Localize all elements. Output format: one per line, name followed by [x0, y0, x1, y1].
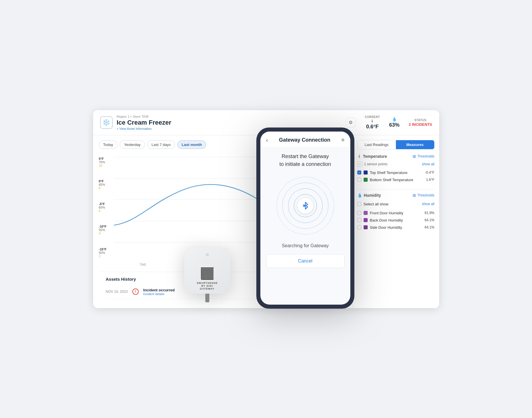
- top-shelf-sensor-row: ✓ Top Shelf Temperature -0.4°F: [357, 169, 435, 176]
- y-label-n5: -5°F 60% 6: [99, 202, 107, 213]
- temperature-show-all-link[interactable]: show all: [422, 162, 434, 166]
- front-door-sensor-row: Front Door Humidity 61.9%: [357, 209, 435, 217]
- bottom-shelf-sensor-row: Bottom Shelf Temperature 1.6°F: [357, 176, 435, 183]
- back-door-name: Back Door Humidity: [370, 218, 422, 222]
- temp-value: 0.6°F: [365, 124, 380, 130]
- device-box: SMARTSENSE BY DIGI GATEWAY: [184, 248, 230, 294]
- back-door-color-dot: [364, 218, 368, 222]
- chart-y-labels: 5°F 70% 10 0°F 65% 8 -5°F 60% 6: [99, 154, 107, 261]
- tab-last-readings[interactable]: Last Readings: [358, 140, 396, 149]
- temperature-header: 🌡 Temperature ⊞ Thresholds: [357, 154, 435, 159]
- temperature-thresholds-button[interactable]: ⊞ Thresholds: [413, 154, 434, 159]
- top-shelf-checkbox[interactable]: ✓: [357, 170, 361, 175]
- side-door-color-dot: [364, 225, 368, 229]
- asset-title: Ice Cream Freezer: [117, 119, 172, 126]
- top-shelf-value: -0.4°F: [425, 170, 435, 175]
- front-door-color-dot: [364, 211, 368, 215]
- settings-button[interactable]: ⚙: [346, 118, 356, 128]
- device-connector: [205, 294, 209, 302]
- section-divider: [357, 189, 435, 190]
- device-brand: SMARTSENSE BY DIGI GATEWAY: [197, 282, 218, 290]
- front-door-value: 61.9%: [424, 211, 434, 215]
- breadcrumb: Region 1 > Store 7839: [117, 115, 172, 118]
- select-all-row: Select all show show all: [357, 200, 435, 208]
- bluetooth-rings: [277, 177, 334, 235]
- tab-measures[interactable]: Measures: [396, 140, 434, 149]
- bottom-shelf-color-dot: [364, 178, 368, 182]
- device-dot: [206, 253, 209, 256]
- phone-overlay: ‹ Gateway Connection ≡ Restart the Gatew…: [256, 128, 354, 309]
- bottom-shelf-name: Bottom Shelf Temperature: [370, 178, 424, 182]
- threshold-icon: ⊞: [413, 154, 416, 159]
- incident-warning-icon: !: [132, 288, 139, 295]
- phone-back-button[interactable]: ‹: [266, 137, 268, 143]
- droplet-icon: 💧: [389, 117, 400, 121]
- side-door-sensor-row: Side Door Humidity 64.1%: [357, 224, 435, 231]
- select-all-checkbox[interactable]: [357, 202, 361, 206]
- lastmonth-filter-button[interactable]: Last month: [177, 140, 206, 149]
- assets-title: Assets History: [106, 277, 136, 282]
- droplet-measure-icon: 💧: [357, 193, 362, 198]
- top-shelf-color-dot: [364, 170, 368, 175]
- side-tabs: Last Readings Measures: [357, 140, 435, 149]
- current-humidity-stat: 💧 63%: [389, 117, 400, 128]
- front-door-checkbox[interactable]: [357, 211, 361, 215]
- phone-menu-button[interactable]: ≡: [341, 137, 345, 143]
- humidity-show-all-link[interactable]: show all: [422, 202, 434, 206]
- side-door-value: 64.1%: [424, 225, 434, 229]
- header-title-block: Region 1 > Store 7839 Ice Cream Freezer …: [117, 115, 172, 130]
- phone-body: Restart the Gateway to initiate a connec…: [260, 147, 350, 274]
- bottom-shelf-value: 1.6°F: [426, 178, 435, 182]
- sensor-subheader: − 1 sensor points show all: [357, 162, 435, 167]
- current-label: CURRENT: [365, 115, 380, 119]
- temperature-title: 🌡 Temperature: [357, 154, 387, 159]
- bluetooth-icon: [298, 198, 313, 213]
- side-panel: Last Readings Measures 🌡 Temperature ⊞ T…: [353, 135, 439, 308]
- front-door-name: Front Door Humidity: [370, 211, 422, 215]
- humidity-value: 63%: [389, 122, 400, 128]
- temperature-section: 🌡 Temperature ⊞ Thresholds − 1 sensor po…: [357, 154, 435, 183]
- history-date: NOV 10, 2023: [106, 290, 128, 294]
- threshold-humidity-icon: ⊞: [413, 193, 416, 198]
- humidity-title: 💧 Humidity: [357, 193, 381, 198]
- searching-text: Searching for Gateway: [266, 243, 345, 248]
- phone-header-bar: ‹ Gateway Connection ≡: [260, 132, 350, 147]
- phone-screen: ‹ Gateway Connection ≡ Restart the Gatew…: [260, 132, 350, 305]
- humidity-section: 💧 Humidity ⊞ Thresholds Select all show …: [357, 193, 435, 231]
- yesterday-filter-button[interactable]: Yesterday: [120, 140, 145, 149]
- side-door-checkbox[interactable]: [357, 225, 361, 229]
- y-label-5: 5°F 70% 10: [99, 157, 107, 167]
- header-right: ⚙ CURRENT 🌡 0.6°F 💧 63% STATUS 2 INCIDEN…: [346, 115, 432, 130]
- gateway-instruction: Restart the Gateway to initiate a connec…: [266, 153, 345, 168]
- incidents-value: 2 INCIDENTS: [409, 122, 432, 127]
- phone-notch: [294, 128, 317, 131]
- cancel-button[interactable]: Cancel: [266, 254, 345, 268]
- y-label-n15: -15°F 50% 2: [99, 248, 107, 258]
- top-shelf-name: Top Shelf Temperature: [370, 170, 423, 175]
- select-all-label: Select all show: [364, 202, 389, 206]
- humidity-header: 💧 Humidity ⊞ Thresholds: [357, 193, 435, 198]
- phone-frame: ‹ Gateway Connection ≡ Restart the Gatew…: [256, 128, 354, 309]
- view-asset-link[interactable]: + View Asset Information: [117, 127, 172, 130]
- snowflake-icon: ❄️: [100, 116, 113, 129]
- back-door-value: 64.1%: [424, 218, 434, 222]
- status-label: STATUS: [409, 119, 432, 122]
- collapse-button[interactable]: −: [357, 162, 362, 167]
- bottom-shelf-checkbox[interactable]: [357, 178, 361, 182]
- today-filter-button[interactable]: Today: [99, 140, 118, 149]
- current-temp-stat: CURRENT 🌡 0.6°F: [365, 115, 380, 130]
- sensor-count: − 1 sensor points: [357, 162, 388, 167]
- device-qr-code: [201, 267, 214, 280]
- humidity-thresholds-button[interactable]: ⊞ Thresholds: [413, 193, 434, 198]
- back-door-checkbox[interactable]: [357, 218, 361, 222]
- thermometer-measure-icon: 🌡: [357, 154, 361, 159]
- side-door-name: Side Door Humidity: [370, 225, 422, 230]
- gateway-device: SMARTSENSE BY DIGI GATEWAY: [184, 248, 230, 302]
- outer-container: ❄️ Region 1 > Store 7839 Ice Cream Freez…: [93, 110, 439, 308]
- thermometer-icon: 🌡: [365, 119, 380, 123]
- back-door-sensor-row: Back Door Humidity 64.1%: [357, 217, 435, 224]
- status-stat: STATUS 2 INCIDENTS: [409, 119, 432, 127]
- last7-filter-button[interactable]: Last 7 days: [147, 140, 175, 149]
- phone-modal-title: Gateway Connection: [279, 137, 330, 143]
- y-label-n10: -10°F 55% 4: [99, 225, 107, 235]
